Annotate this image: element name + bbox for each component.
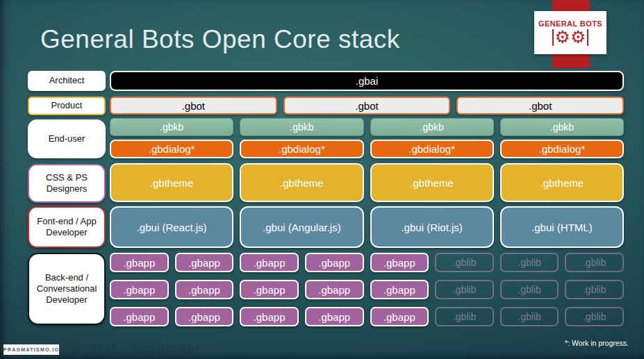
gbapp-box: .gbapp: [110, 253, 169, 272]
row-gbui: .gbui (React.js) .gbui (Angular.js) .gbu…: [110, 206, 624, 248]
gbot-box: .gbot: [283, 97, 451, 115]
gbapp-box: .gbapp: [110, 280, 169, 299]
gear-bar-right: [587, 29, 588, 46]
row-gbkb: .gbkb .gbkb .gbkb .gbkb: [110, 118, 624, 136]
gbapp-box: .gbapp: [110, 307, 169, 326]
role-label-product: Product: [28, 97, 106, 115]
gblib-box: .gblib: [435, 280, 494, 299]
gbapp-box: .gbapp: [175, 307, 234, 326]
role-label-css-ps-designers: CSS & PS Designers: [28, 164, 106, 203]
gbapp-box: .gbapp: [240, 280, 299, 299]
gbapp-box: .gbapp: [240, 253, 299, 272]
gbui-angular-box: .gbui (Angular.js): [240, 206, 363, 248]
gbui-react-box: .gbui (React.js): [110, 206, 233, 248]
row-gbdialog: .gbdialog* .gbdialog* .gbdialog* .gbdial…: [110, 140, 624, 158]
gbtheme-box: .gbtheme: [370, 163, 494, 202]
role-label-end-user: End-user: [28, 119, 106, 158]
role-label-architect: Architect: [28, 71, 106, 91]
gbtheme-box: .gbtheme: [110, 163, 233, 202]
gbapp-box: .gbapp: [370, 280, 429, 299]
gbai-box: .gbai: [110, 71, 624, 91]
gbapp-box: .gbapp: [305, 307, 364, 326]
gbkb-box: .gbkb: [240, 118, 363, 136]
gbapp-box: .gbapp: [370, 253, 429, 272]
gblib-box: .gblib: [435, 253, 494, 272]
watermark-text: PRAGMATISMO.IO: [3, 347, 59, 352]
gblib-box: .gblib: [565, 253, 624, 272]
work-in-progress-note: *: Work in progress.: [565, 339, 629, 347]
gbot-box: .gbot: [456, 97, 624, 115]
row-gbot: .gbot .gbot .gbot: [110, 97, 624, 115]
gblib-box: .gblib: [500, 307, 559, 326]
slide-title: General Bots Open Core stack: [40, 25, 400, 54]
role-label-frontend-app-developer: Font-end / App Developer: [28, 206, 106, 248]
gbapp-box: .gbapp: [305, 253, 364, 272]
backend-grid: .gbapp .gbapp .gbapp .gbapp .gbapp .gbli…: [110, 253, 624, 326]
gbkb-box: .gbkb: [500, 118, 624, 136]
gbot-box: .gbot: [110, 97, 277, 115]
gear-bar-left: [552, 29, 554, 46]
gbapp-box: .gbapp: [175, 253, 234, 272]
gear-icon: ⚙: [570, 28, 586, 46]
gear-icon: ⚙: [555, 28, 570, 46]
gbtheme-box: .gbtheme: [240, 163, 363, 202]
gbkb-box: .gbkb: [370, 118, 494, 136]
gears-icon: ⚙ ⚙: [551, 28, 591, 46]
gblib-box: .gblib: [565, 280, 624, 299]
gbapp-box: .gbapp: [370, 307, 429, 326]
gbui-html-box: .gbui (HTML): [500, 206, 624, 248]
footer-text: 2018Q4 - Corporate: [64, 340, 200, 357]
row-gbtheme: .gbtheme .gbtheme .gbtheme .gbtheme: [110, 163, 624, 202]
gbui-riot-box: .gbui (Riot.js): [370, 206, 494, 248]
gblib-box: .gblib: [500, 253, 559, 272]
pragmatismo-watermark: PRAGMATISMO.IO: [3, 344, 59, 355]
gbdialog-box: .gbdialog*: [370, 140, 494, 158]
gbdialog-box: .gbdialog*: [500, 140, 624, 158]
gblib-box: .gblib: [435, 307, 494, 326]
slide: General Bots Open Core stack GENERAL BOT…: [0, 0, 644, 359]
gbapp-box: .gbapp: [305, 280, 364, 299]
row-gbai: .gbai: [110, 71, 624, 91]
gblib-box: .gblib: [500, 280, 559, 299]
gbdialog-box: .gbdialog*: [110, 140, 233, 158]
gbapp-box: .gbapp: [240, 307, 299, 326]
gbapp-box: .gbapp: [175, 280, 234, 299]
gblib-box: .gblib: [565, 307, 624, 326]
gbdialog-box: .gbdialog*: [240, 140, 363, 158]
gbkb-box: .gbkb: [110, 118, 233, 136]
gbtheme-box: .gbtheme: [500, 163, 624, 202]
role-label-backend-conversational-developer: Back-end / Conversational Developer: [28, 253, 106, 325]
general-bots-logo: GENERAL BOTS ⚙ ⚙: [534, 11, 606, 54]
